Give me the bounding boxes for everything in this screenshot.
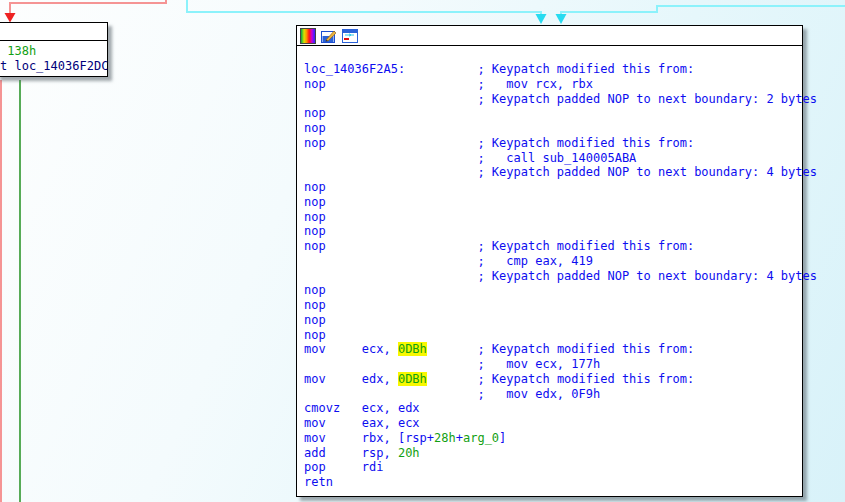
asm-segment: mov ecx,	[304, 342, 398, 356]
asm-segment: t loc_14036F2DC	[0, 59, 108, 73]
asm-segment: nop	[304, 121, 326, 135]
asm-segment: ; Keypatch modified this from:	[477, 372, 694, 386]
asm-line[interactable]: nop	[304, 224, 802, 239]
asm-line[interactable]: mov ecx, 0DBh ; Keypatch modified this f…	[304, 342, 802, 357]
asm-segment: ; cmp eax, 419	[477, 254, 593, 268]
asm-segment: 0DBh	[398, 342, 427, 356]
asm-line[interactable]: ; mov ecx, 177h	[304, 357, 802, 372]
edit-node-icon[interactable]	[321, 28, 337, 44]
asm-segment: ; Keypatch modified this from:	[477, 62, 694, 76]
asm-segment: ; Keypatch padded NOP to next boundary: …	[477, 269, 817, 283]
asm-segment: 138h	[0, 44, 36, 58]
asm-segment: ; Keypatch modified this from:	[477, 136, 694, 150]
asm-segment: nop	[304, 210, 326, 224]
asm-segment	[304, 387, 477, 401]
asm-segment: ; call sub_140005ABA	[477, 151, 636, 165]
asm-line[interactable]: t loc_14036F2DC	[0, 59, 107, 74]
asm-segment: nop	[304, 283, 326, 297]
asm-segment: ; mov ecx, 177h	[477, 357, 600, 371]
asm-segment: arg_0	[463, 431, 499, 445]
asm-line[interactable]: nop	[304, 328, 802, 343]
asm-segment: ; Keypatch modified this from:	[477, 239, 694, 253]
basic-block-node-main[interactable]: loc_14036F2A5: ; Keypatch modified this …	[296, 25, 803, 497]
asm-line[interactable]: mov edx, 0DBh ; Keypatch modified this f…	[304, 372, 802, 387]
asm-segment: +	[456, 431, 463, 445]
asm-segment: 0DBh	[398, 372, 427, 386]
asm-segment: pop rdi	[304, 460, 383, 474]
asm-line[interactable]: ; call sub_140005ABA	[304, 151, 802, 166]
asm-segment: nop	[304, 77, 477, 91]
asm-segment	[304, 151, 477, 165]
asm-segment: mov rbx, [rsp+	[304, 431, 434, 445]
asm-segment: cmovz ecx, edx	[304, 401, 420, 415]
asm-line[interactable]: nop	[304, 210, 802, 225]
asm-segment: nop	[304, 224, 326, 238]
asm-line[interactable]: 138h	[0, 44, 107, 59]
asm-line[interactable]: ; mov edx, 0F9h	[304, 387, 802, 402]
asm-segment: mov edx,	[304, 372, 398, 386]
asm-line[interactable]: ; cmp eax, 419	[304, 254, 802, 269]
asm-line[interactable]: mov rbx, [rsp+28h+arg_0]	[304, 431, 802, 446]
asm-segment: 28h	[434, 431, 456, 445]
asm-segment: 20h	[398, 446, 420, 460]
asm-segment: ; mov rcx, rbx	[477, 77, 593, 91]
basic-block-node-left[interactable]: 138ht loc_14036F2DC	[0, 22, 108, 77]
asm-segment: nop	[304, 313, 326, 327]
asm-line[interactable]: cmovz ecx, edx	[304, 401, 802, 416]
asm-segment: ; Keypatch padded NOP to next boundary: …	[477, 92, 817, 106]
asm-segment: ]	[499, 431, 506, 445]
asm-line[interactable]: ; Keypatch padded NOP to next boundary: …	[304, 269, 802, 284]
asm-line[interactable]: nop	[304, 195, 802, 210]
asm-segment	[304, 165, 477, 179]
asm-line[interactable]: ; Keypatch padded NOP to next boundary: …	[304, 165, 802, 180]
edge-cyan-arrowhead-right	[556, 14, 567, 24]
asm-segment: mov eax, ecx	[304, 416, 420, 430]
asm-segment: nop	[304, 328, 326, 342]
asm-line[interactable]: ; Keypatch padded NOP to next boundary: …	[304, 92, 802, 107]
node-color-icon[interactable]	[300, 28, 316, 44]
asm-segment	[304, 357, 477, 371]
asm-segment	[304, 254, 477, 268]
asm-line[interactable]: add rsp, 20h	[304, 446, 802, 461]
asm-segment	[427, 372, 478, 386]
asm-segment: ; Keypatch padded NOP to next boundary: …	[477, 165, 817, 179]
asm-line[interactable]: retn	[304, 475, 802, 490]
edge-cyan-incoming-left	[187, 0, 541, 14]
edge-cyan-incoming-right	[561, 6, 845, 14]
node-titlebar	[0, 23, 107, 41]
asm-segment	[427, 342, 478, 356]
disassembly-text[interactable]: 138ht loc_14036F2DC	[0, 41, 107, 74]
graph-view: 138ht loc_14036F2DC	[0, 0, 845, 502]
disassembly-text[interactable]: loc_14036F2A5: ; Keypatch modified this …	[297, 46, 802, 490]
asm-line[interactable]: mov eax, ecx	[304, 416, 802, 431]
asm-segment: loc_14036F2A5:	[304, 62, 477, 76]
asm-segment: ; mov edx, 0F9h	[477, 387, 600, 401]
asm-segment: nop	[304, 180, 326, 194]
asm-line[interactable]: nop	[304, 180, 802, 195]
asm-segment	[304, 92, 477, 106]
edge-red-incoming	[10, 0, 166, 13]
asm-segment: nop	[304, 298, 326, 312]
asm-segment: ; Keypatch modified this from:	[477, 342, 694, 356]
asm-line[interactable]: nop ; mov rcx, rbx	[304, 77, 802, 92]
asm-line[interactable]: loc_14036F2A5: ; Keypatch modified this …	[304, 62, 802, 77]
group-nodes-icon[interactable]	[342, 28, 358, 44]
asm-line[interactable]: nop ; Keypatch modified this from:	[304, 239, 802, 254]
asm-line[interactable]: nop	[304, 298, 802, 313]
asm-line[interactable]: pop rdi	[304, 460, 802, 475]
asm-segment: nop	[304, 195, 326, 209]
asm-segment: retn	[304, 475, 333, 489]
asm-segment: nop	[304, 239, 477, 253]
asm-line[interactable]: nop	[304, 106, 802, 121]
node-titlebar	[297, 26, 802, 46]
asm-line[interactable]: nop	[304, 121, 802, 136]
asm-line[interactable]: nop ; Keypatch modified this from:	[304, 136, 802, 151]
asm-segment: nop	[304, 136, 477, 150]
asm-line[interactable]: nop	[304, 313, 802, 328]
asm-line[interactable]: nop	[304, 283, 802, 298]
asm-segment: add rsp,	[304, 446, 398, 460]
asm-segment: nop	[304, 106, 326, 120]
edge-cyan-arrowhead-left	[536, 14, 547, 24]
asm-segment	[304, 269, 477, 283]
